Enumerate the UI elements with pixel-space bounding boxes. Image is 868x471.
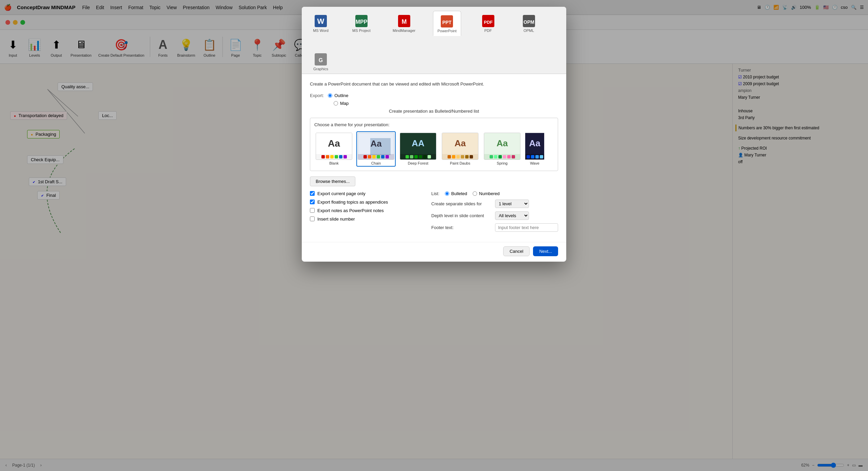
numbered-option[interactable]: Numbered	[473, 191, 500, 196]
theme-chain[interactable]: Aa Chain	[356, 131, 396, 167]
tab-pdf[interactable]: PDF PDF	[475, 11, 502, 36]
separate-slides-row: Create separate slides for 1 level2 leve…	[431, 200, 558, 208]
tab-pdf-label: PDF	[485, 29, 492, 33]
tab-graphics[interactable]: G Graphics	[307, 49, 334, 74]
tab-ms-project[interactable]: MPP MS Project	[348, 11, 375, 36]
theme-spring-preview: Aa	[484, 133, 520, 160]
export-map-radio[interactable]	[334, 101, 338, 106]
insert-slide-number-checkbox[interactable]	[310, 216, 315, 221]
mindmanager-icon: M	[398, 14, 410, 29]
pdf-icon: PDF	[482, 14, 494, 29]
graphics-icon: G	[315, 52, 327, 67]
svg-text:PPT: PPT	[442, 20, 452, 25]
theme-blank[interactable]: Aa Blank	[314, 131, 354, 167]
theme-chain-preview: Aa	[358, 133, 394, 160]
export-outline-radio[interactable]	[328, 93, 332, 98]
cancel-button[interactable]: Cancel	[503, 246, 530, 256]
list-label: List:	[431, 191, 439, 196]
theme-spring-main: Aa	[484, 133, 520, 154]
browse-themes-button[interactable]: Browse themes...	[310, 176, 355, 186]
svg-text:MPP: MPP	[356, 19, 368, 25]
options-left: Export current page only Export floating…	[310, 191, 418, 235]
footer-text-input[interactable]	[495, 223, 558, 232]
bulleted-label: Bulleted	[451, 191, 467, 196]
svg-text:OPM: OPM	[524, 19, 534, 25]
depth-level-label: Depth level in slide content	[431, 213, 492, 218]
section-title: Create presentation as Bulleted/Numbered…	[310, 109, 558, 114]
tab-ms-word-label: MS Word	[313, 29, 329, 33]
options-row: Export current page only Export floating…	[310, 191, 558, 235]
theme-chain-main: Aa	[358, 133, 394, 154]
theme-spring-label: Spring	[497, 161, 508, 165]
ms-word-icon: W	[315, 14, 327, 29]
modal-footer: Cancel Next...	[302, 242, 566, 262]
modal-content: Create a PowerPoint document that can be…	[302, 74, 566, 242]
export-notes-checkbox[interactable]	[310, 208, 315, 213]
tab-ms-word[interactable]: W MS Word	[307, 11, 334, 36]
theme-wave-preview: Aa	[525, 133, 545, 160]
theme-spring[interactable]: Aa Spring	[482, 131, 522, 167]
bulleted-option[interactable]: Bulleted	[445, 191, 467, 196]
tab-ms-project-label: MS Project	[352, 29, 371, 33]
theme-chooser: Choose a theme for your presentation: Aa	[310, 118, 558, 171]
powerpoint-icon: PPT	[441, 14, 453, 29]
tab-mindmanager[interactable]: M MindManager	[389, 11, 419, 36]
theme-wave-label: Wave	[530, 161, 539, 165]
tab-opml-label: OPML	[524, 29, 534, 33]
export-outline-label: Outline	[334, 93, 348, 98]
opml-icon: OPM	[523, 14, 535, 29]
theme-deep-forest[interactable]: AA Deep Forest	[398, 131, 438, 167]
export-current-page-row: Export current page only	[310, 191, 418, 196]
next-button[interactable]: Next...	[533, 246, 558, 256]
export-floating-row: Export floating topics as appendices	[310, 200, 418, 205]
theme-spring-dots	[484, 154, 520, 159]
theme-blank-preview: Aa	[316, 133, 352, 160]
svg-text:G: G	[319, 57, 323, 63]
depth-level-row: Depth level in slide content All levels1…	[431, 211, 558, 220]
export-current-page-checkbox[interactable]	[310, 191, 315, 196]
theme-wave-dots	[525, 154, 545, 159]
theme-paint-daubs-label: Paint Daubs	[450, 161, 470, 165]
footer-text-row: Footer text:	[431, 223, 558, 232]
theme-wave[interactable]: Aa Wave	[525, 131, 545, 167]
depth-level-select[interactable]: All levels1 level2 levels3 levels	[495, 211, 529, 220]
modal-tabs: W MS Word MPP MS Project	[302, 7, 566, 74]
theme-blank-label: Blank	[329, 161, 339, 165]
export-outline-option[interactable]: Outline	[328, 93, 348, 98]
tab-mindmanager-label: MindManager	[393, 29, 415, 33]
insert-slide-number-row: Insert slide number	[310, 216, 418, 222]
export-floating-checkbox[interactable]	[310, 200, 315, 204]
theme-paint-daubs-dots	[442, 154, 478, 159]
export-map-option[interactable]: Map	[334, 101, 349, 106]
theme-paint-daubs-main: Aa	[442, 133, 478, 154]
bulleted-radio[interactable]	[445, 191, 449, 196]
powerpoint-export-modal: W MS Word MPP MS Project	[302, 7, 566, 262]
theme-deep-forest-label: Deep Forest	[408, 161, 429, 165]
theme-deep-forest-preview: AA	[400, 133, 436, 160]
browse-themes-row: Browse themes...	[310, 176, 558, 186]
tab-powerpoint-label: PowerPoint	[437, 29, 456, 33]
tab-graphics-label: Graphics	[313, 67, 328, 71]
theme-blank-main: Aa	[316, 133, 352, 154]
insert-slide-number-label: Insert slide number	[317, 216, 355, 222]
theme-paint-daubs[interactable]: Aa Paint Daubs	[440, 131, 480, 167]
theme-paint-daubs-preview: Aa	[442, 133, 478, 160]
export-label: Export:	[310, 93, 324, 98]
theme-wave-main: Aa	[525, 133, 545, 154]
svg-text:M: M	[401, 18, 407, 25]
export-options: Export: Outline	[310, 93, 558, 98]
tab-powerpoint[interactable]: PPT PowerPoint	[433, 11, 461, 36]
export-notes-label: Export notes as PowerPoint notes	[317, 208, 384, 213]
separate-slides-select[interactable]: 1 level2 levels3 levelsAll levels	[495, 200, 529, 208]
footer-text-label: Footer text:	[431, 225, 492, 230]
modal-description: Create a PowerPoint document that can be…	[310, 81, 558, 88]
svg-text:PDF: PDF	[484, 20, 493, 25]
export-notes-row: Export notes as PowerPoint notes	[310, 208, 418, 213]
theme-deep-forest-dots	[400, 154, 436, 159]
themes-grid: Aa Blank	[314, 131, 554, 167]
numbered-radio[interactable]	[473, 191, 477, 196]
export-floating-label: Export floating topics as appendices	[317, 200, 388, 205]
numbered-label: Numbered	[479, 191, 500, 196]
export-current-page-label: Export current page only	[317, 191, 366, 196]
tab-opml[interactable]: OPM OPML	[515, 11, 542, 36]
